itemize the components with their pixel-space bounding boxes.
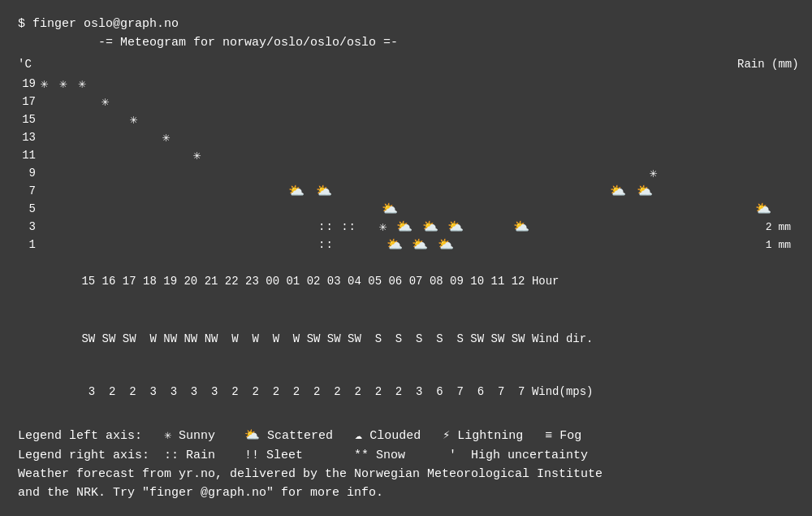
- chart-row-17: 17 ✳: [18, 93, 794, 111]
- legend-line-1: Legend left axis: ✳ Sunny ⛅ Scattered ☁ …: [18, 427, 794, 445]
- chart-row-13: 13 ✳: [18, 128, 794, 146]
- command-line: $ finger oslo@graph.no: [18, 15, 794, 33]
- legend-section: Legend left axis: ✳ Sunny ⛅ Scattered ☁ …: [18, 427, 794, 502]
- chart-row-11: 11 ✳: [18, 146, 794, 164]
- chart-area: 'C Rain (mm) 19 ✳ ✳ ✳ 17 ✳ 15 ✳ 13 ✳: [18, 56, 794, 419]
- chart-row-7: 7 ⛅ ⛅ ⛅ ⛅: [18, 182, 794, 200]
- legend-line-2: Legend right axis: :: Rain !! Sleet ** S…: [18, 446, 794, 465]
- y-axis-title: 'C: [18, 56, 41, 74]
- chart-row-9: 9 ✳: [18, 164, 794, 182]
- legend-line-4: and the NRK. Try "finger @graph.no" for …: [18, 483, 794, 502]
- wind-speed-row: 3 2 2 3 3 3 3 2 2 2 2 2 2 2 2 2 3 6 7 6 …: [18, 366, 794, 418]
- axis-labels-top: 'C Rain (mm): [18, 56, 794, 74]
- chart-row-1: 1 :: ⛅ ⛅ ⛅ 1 mm: [18, 236, 794, 254]
- chart-row-3: 3 :: :: ✳ ⛅ ⛅ ⛅ ⛅ 2 mm: [18, 218, 794, 236]
- chart-row-19: 19 ✳ ✳ ✳: [18, 75, 794, 93]
- rain-axis-title: Rain (mm): [737, 56, 794, 74]
- terminal-window: $ finger oslo@graph.no -= Meteogram for …: [18, 15, 794, 501]
- chart-row-15: 15 ✳: [18, 111, 794, 128]
- hours-row: 15 16 17 18 19 20 21 22 23 00 01 02 03 0…: [18, 255, 794, 308]
- legend-line-3: Weather forecast from yr.no, delivered b…: [18, 465, 794, 483]
- wind-dir-row: SW SW SW W NW NW NW W W W W SW SW SW S S…: [18, 313, 794, 366]
- subtitle-line: -= Meteogram for norway/oslo/oslo/oslo =…: [18, 33, 794, 52]
- chart-row-5: 5 ⛅⛅: [18, 200, 794, 218]
